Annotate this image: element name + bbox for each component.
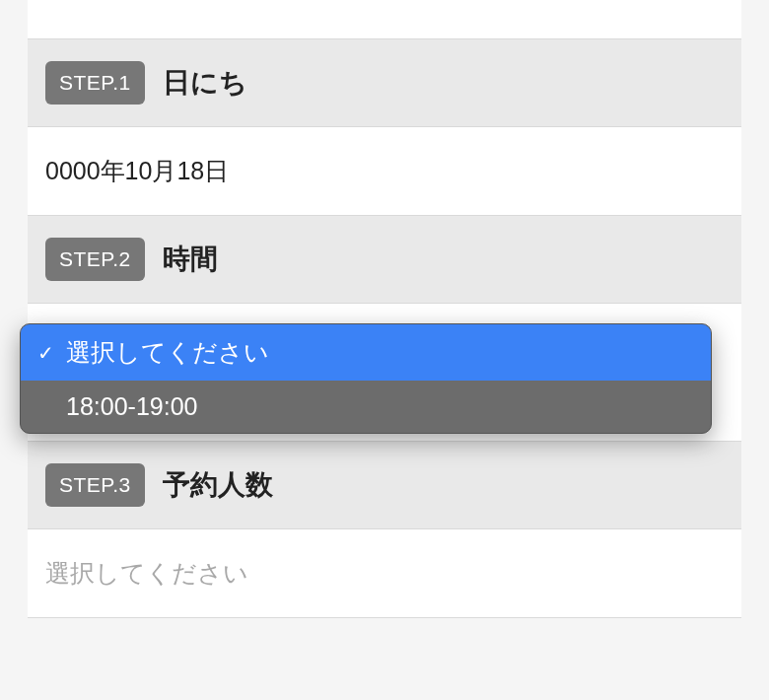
- step3-title: 予約人数: [163, 466, 273, 504]
- step1-value[interactable]: 0000年10月18日: [28, 127, 741, 216]
- step3-header: STEP.3 予約人数: [28, 442, 741, 529]
- dropdown-option-placeholder[interactable]: ✓ 選択してください: [21, 324, 711, 381]
- step2-dropdown-area: ✓ 選択してください 18:00-19:00: [28, 304, 741, 442]
- booking-form: STEP.1 日にち 0000年10月18日 STEP.2 時間 ✓ 選択してく…: [28, 0, 741, 618]
- step3-select[interactable]: 選択してください: [28, 529, 741, 618]
- check-icon: ✓: [35, 341, 56, 365]
- time-dropdown-popup: ✓ 選択してください 18:00-19:00: [20, 323, 712, 434]
- step3-badge: STEP.3: [45, 463, 145, 507]
- step1-header: STEP.1 日にち: [28, 39, 741, 127]
- dropdown-option-18-19[interactable]: 18:00-19:00: [21, 381, 711, 433]
- step1-title: 日にち: [163, 64, 247, 102]
- dropdown-option-label: 18:00-19:00: [66, 392, 197, 421]
- step1-badge: STEP.1: [45, 61, 145, 105]
- step2-header: STEP.2 時間: [28, 216, 741, 304]
- dropdown-option-label: 選択してください: [66, 336, 269, 369]
- step2-badge: STEP.2: [45, 238, 145, 281]
- top-spacer: [28, 0, 741, 39]
- step2-title: 時間: [163, 241, 218, 278]
